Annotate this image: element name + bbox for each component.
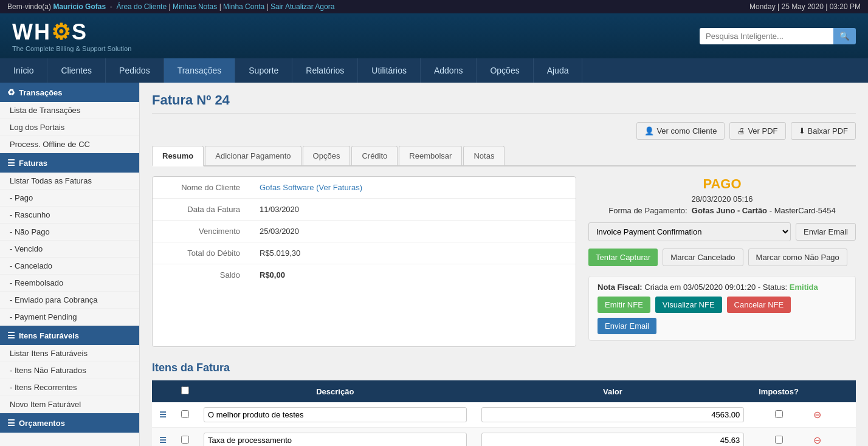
row1-remove-button[interactable]: ⊖ (813, 409, 821, 420)
row2-value-cell (474, 428, 752, 447)
balance-label: Saldo (153, 264, 250, 286)
top-bar-left: Bem-vindo(a) Mauricio Gofas - Área do Cl… (7, 2, 334, 11)
top-link-atualizar[interactable]: Atualizar Agora (285, 2, 334, 11)
due-label: Vencimento (153, 221, 250, 242)
email-nfe-button[interactable]: Enviar Email (598, 318, 656, 334)
col-remove-header (806, 380, 856, 402)
date-row: Data da Fatura 11/03/2020 (153, 199, 576, 221)
search-input[interactable] (700, 28, 833, 44)
sidebar-item-process-offline[interactable]: Process. Offline de CC (0, 136, 139, 153)
sidebar-item-vencido[interactable]: - Vencido (0, 241, 139, 258)
nav-suporte[interactable]: Suporte (235, 58, 292, 83)
tab-notas[interactable]: Notas (463, 146, 505, 165)
sidebar-item-novo-item[interactable]: Novo Item Faturável (0, 396, 139, 413)
sidebar-item-nao-faturados[interactable]: - Itens Não Faturados (0, 362, 139, 379)
row1-value-input[interactable] (481, 407, 745, 422)
row2-description-input[interactable] (204, 433, 467, 446)
payment-method-name: Gofas Juno - Cartão (692, 206, 767, 215)
search-box: 🔍 (700, 28, 856, 44)
payment-method-prefix: Forma de Pagamento: (608, 206, 687, 215)
nav-transacoes[interactable]: Transações (164, 58, 236, 83)
search-button[interactable]: 🔍 (833, 28, 856, 44)
sidebar-section-transacoes-label: Transações (19, 88, 63, 97)
row1-checkbox[interactable] (181, 410, 189, 418)
sidebar-item-cancelado[interactable]: - Cancelado (0, 258, 139, 275)
cancel-nfe-button[interactable]: Cancelar NFE (727, 297, 791, 313)
sidebar-item-pago[interactable]: - Pago (0, 190, 139, 207)
top-link-sair[interactable]: Sair (270, 2, 283, 11)
send-email-button[interactable]: Enviar Email (796, 223, 856, 241)
row2-value-input[interactable] (481, 433, 745, 446)
sidebar-item-rascunho[interactable]: - Rascunho (0, 207, 139, 224)
row2-tax-checkbox[interactable] (775, 436, 783, 444)
row1-tax-checkbox[interactable] (775, 410, 783, 418)
row2-checkbox[interactable] (181, 436, 189, 444)
tab-opcoes[interactable]: Opções (303, 146, 351, 165)
sidebar-item-log-portais[interactable]: Log dos Portais (0, 119, 139, 136)
nav-utilitarios[interactable]: Utilitários (358, 58, 421, 83)
sidebar: ♻ Transações Lista de Transações Log dos… (0, 83, 140, 446)
row1-description-cell (196, 402, 474, 428)
drag-handle-2[interactable]: ☰ (152, 428, 174, 447)
top-link-minhas-notas[interactable]: Minhas Notas (173, 2, 217, 11)
tab-reembolsar[interactable]: Reembolsar (399, 146, 462, 165)
sidebar-section-itens-faturav: ☰ Itens Faturáveis (0, 326, 139, 345)
person-icon: 👤 (644, 126, 654, 136)
tab-adicionar-pagamento[interactable]: Adicionar Pagamento (205, 146, 301, 165)
select-all-checkbox[interactable] (181, 386, 189, 394)
row1-description-input[interactable] (204, 407, 467, 422)
nav-opcoes[interactable]: Opções (477, 58, 533, 83)
nav-inicio[interactable]: Início (0, 58, 47, 83)
right-panel: PAGO 28/03/2020 05:16 Forma de Pagamento… (588, 176, 856, 347)
pdf-icon: 🖨 (737, 126, 745, 136)
tab-resumo[interactable]: Resumo (152, 146, 204, 166)
payment-date: 28/03/2020 05:16 (588, 194, 856, 204)
tab-credito[interactable]: Crédito (351, 146, 398, 165)
total-label: Total do Débito (153, 242, 250, 264)
username[interactable]: Mauricio Gofas (53, 2, 106, 11)
view-nfe-button[interactable]: Visualizar NFE (655, 297, 722, 313)
unpaid-button[interactable]: Marcar como Não Pago (748, 249, 847, 266)
top-link-area-cliente[interactable]: Área do Cliente (116, 2, 167, 11)
row2-remove-button[interactable]: ⊖ (813, 434, 821, 446)
sidebar-item-reembolsado[interactable]: - Reembolsado (0, 275, 139, 292)
sidebar-item-listar-itens[interactable]: Listar Itens Faturáveis (0, 345, 139, 362)
drag-handle-1[interactable]: ☰ (152, 402, 174, 428)
sidebar-section-itens-label: Itens Faturáveis (19, 331, 79, 340)
view-client-button[interactable]: 👤 Ver como Cliente (636, 122, 725, 140)
nota-fiscal-info: Criada em 03/05/2020 09:01:20 - Status: (644, 283, 787, 292)
sidebar-item-recorrentes[interactable]: - Itens Recorrentes (0, 379, 139, 396)
nav-ajuda[interactable]: Ajuda (534, 58, 583, 83)
view-pdf-button[interactable]: 🖨 Ver PDF (729, 122, 785, 140)
cancel-button[interactable]: Marcar Cancelado (663, 249, 743, 266)
sidebar-item-payment-pending[interactable]: - Payment Pending (0, 309, 139, 326)
sidebar-item-enviado-cobranca[interactable]: - Enviado para Cobrança (0, 292, 139, 309)
logo-text: WH⚙S (12, 19, 131, 45)
emit-nfe-button[interactable]: Emitir NFE (598, 297, 650, 313)
invoice-details-box: Nome do Cliente Gofas Software (Ver Fatu… (152, 176, 576, 347)
customer-label: Nome do Cliente (153, 177, 250, 199)
nav-pedidos[interactable]: Pedidos (106, 58, 164, 83)
top-link-minha-conta[interactable]: Minha Conta (223, 2, 264, 11)
sidebar-item-listar-faturas[interactable]: Listar Todas as Faturas (0, 173, 139, 190)
list-icon-3: ☰ (7, 418, 15, 428)
page-title: Fatura Nº 24 (152, 92, 856, 114)
sidebar-item-lista-transacoes[interactable]: Lista de Transações (0, 102, 139, 119)
action-row: Tentar Capturar Marcar Cancelado Marcar … (588, 249, 856, 266)
download-pdf-button[interactable]: ⬇ Baixar PDF (791, 122, 856, 140)
refresh-icon: ♻ (7, 87, 15, 97)
email-template-select[interactable]: Invoice Payment Confirmation (588, 222, 791, 241)
sidebar-section-faturas-label: Faturas (19, 159, 47, 168)
nav-clientes[interactable]: Clientes (47, 58, 106, 83)
sidebar-item-nao-pago[interactable]: - Não Pago (0, 224, 139, 241)
main-content: Fatura Nº 24 👤 Ver como Cliente 🖨 Ver PD… (140, 83, 868, 446)
items-section: Itens da Fatura Descrição Valor Impostos… (152, 362, 856, 446)
nav-relatorios[interactable]: Relatórios (292, 58, 358, 83)
payment-method: Forma de Pagamento: Gofas Juno - Cartão … (588, 206, 856, 215)
balance-value: R$0,00 (250, 264, 576, 286)
nav-addons[interactable]: Addons (421, 58, 477, 83)
row1-value-cell (474, 402, 752, 428)
customer-value[interactable]: Gofas Software (Ver Faturas) (250, 177, 576, 199)
due-row: Vencimento 25/03/2020 (153, 221, 576, 242)
capture-button[interactable]: Tentar Capturar (588, 249, 658, 266)
